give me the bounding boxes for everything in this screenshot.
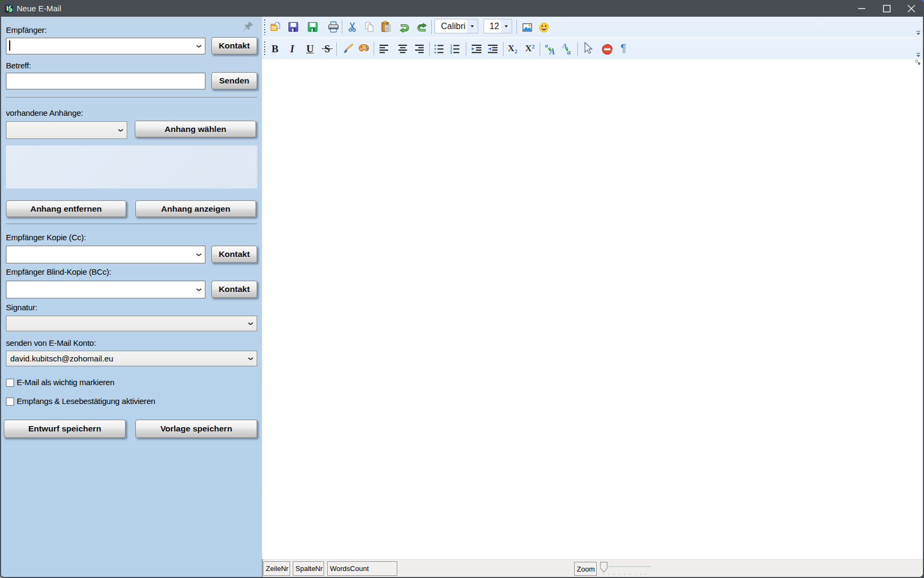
svg-text:a: a [567,48,571,55]
svg-text:3: 3 [450,51,452,54]
svg-text:a: a [545,43,548,48]
svg-text:A: A [562,43,567,50]
